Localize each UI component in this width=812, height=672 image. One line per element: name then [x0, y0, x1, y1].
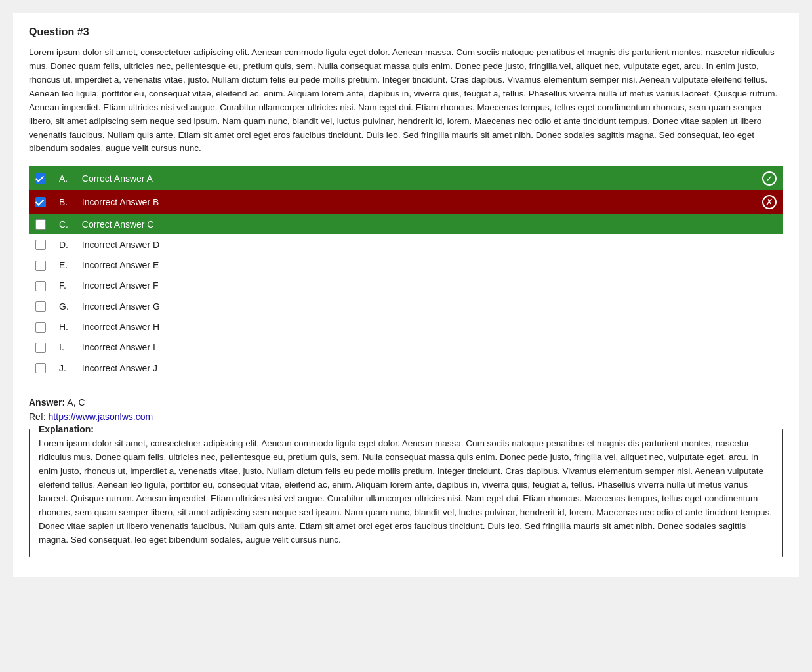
- divider: [29, 388, 783, 389]
- answer-letter: C.: [52, 214, 75, 234]
- answer-letter: G.: [52, 296, 75, 316]
- answer-row[interactable]: C.Correct Answer C: [29, 214, 783, 234]
- explanation-text: Lorem ipsum dolor sit amet, consectetuer…: [39, 438, 772, 544]
- answer-result-icon-cell: [756, 296, 783, 316]
- answer-label: Answer:: [29, 397, 65, 408]
- ref-section: Ref: https://www.jasonlws.com: [29, 411, 783, 422]
- answer-checkbox-cell: [29, 234, 52, 255]
- answer-result-icon-cell: [756, 316, 783, 337]
- answer-text: Incorrect Answer I: [75, 337, 756, 358]
- checkbox-checked-icon[interactable]: [35, 173, 46, 184]
- checkbox-empty-icon[interactable]: [35, 301, 46, 312]
- answer-checkbox-cell: [29, 276, 52, 296]
- question-title: Question #3: [29, 26, 783, 38]
- question-body: Lorem ipsum dolor sit amet, consectetuer…: [29, 46, 783, 156]
- checkbox-empty-icon[interactable]: [35, 261, 46, 271]
- answer-row[interactable]: J.Incorrect Answer J: [29, 358, 783, 378]
- answer-list: A.Correct Answer A✓B.Incorrect Answer B✗…: [29, 166, 783, 378]
- answer-result-icon-cell: [756, 255, 783, 275]
- answer-text: Incorrect Answer D: [75, 234, 756, 255]
- answer-row[interactable]: F.Incorrect Answer F: [29, 276, 783, 296]
- x-circle-icon: ✗: [762, 195, 777, 209]
- answer-text: Incorrect Answer F: [75, 276, 756, 296]
- answer-result-icon-cell: [756, 214, 783, 234]
- answer-checkbox-cell: [29, 358, 52, 378]
- checkbox-empty-icon[interactable]: [35, 219, 46, 230]
- checkbox-empty-icon[interactable]: [35, 240, 46, 250]
- answer-checkbox-cell: [29, 166, 52, 190]
- answer-letter: A.: [52, 166, 75, 190]
- answer-text: Incorrect Answer G: [75, 296, 756, 316]
- answer-result-icon-cell: [756, 276, 783, 296]
- answer-section: Answer: A, C: [29, 397, 783, 408]
- ref-url[interactable]: https://www.jasonlws.com: [49, 411, 153, 422]
- answer-row[interactable]: D.Incorrect Answer D: [29, 234, 783, 255]
- answer-text: Incorrect Answer J: [75, 358, 756, 378]
- checkbox-empty-icon[interactable]: [35, 322, 46, 333]
- answer-text: Incorrect Answer B: [75, 190, 756, 214]
- checkbox-checked-icon[interactable]: [35, 197, 46, 207]
- answer-text: Incorrect Answer H: [75, 316, 756, 337]
- answer-letter: B.: [52, 190, 75, 214]
- checkbox-empty-icon[interactable]: [35, 281, 46, 291]
- answer-result-icon-cell: ✓: [756, 166, 783, 190]
- answer-checkbox-cell: [29, 296, 52, 316]
- answer-row[interactable]: A.Correct Answer A✓: [29, 166, 783, 190]
- check-circle-icon: ✓: [762, 171, 777, 186]
- answer-letter: I.: [52, 337, 75, 358]
- answer-letter: E.: [52, 255, 75, 275]
- checkbox-empty-icon[interactable]: [35, 363, 46, 373]
- answer-result-icon-cell: ✗: [756, 190, 783, 214]
- answer-result-icon-cell: [756, 234, 783, 255]
- answer-letter: H.: [52, 316, 75, 337]
- answer-row[interactable]: I.Incorrect Answer I: [29, 337, 783, 358]
- ref-label: Ref:: [29, 411, 46, 422]
- answer-letter: D.: [52, 234, 75, 255]
- answer-checkbox-cell: [29, 190, 52, 214]
- answer-checkbox-cell: [29, 337, 52, 358]
- answer-letter: J.: [52, 358, 75, 378]
- main-container: Question #3 Lorem ipsum dolor sit amet, …: [13, 13, 799, 577]
- checkbox-empty-icon[interactable]: [35, 343, 46, 353]
- answer-checkbox-cell: [29, 255, 52, 275]
- answer-text: Correct Answer A: [75, 166, 756, 190]
- answer-checkbox-cell: [29, 316, 52, 337]
- answer-text: Correct Answer C: [75, 214, 756, 234]
- explanation-box: Explanation: Lorem ipsum dolor sit amet,…: [29, 429, 783, 556]
- answer-checkbox-cell: [29, 214, 52, 234]
- explanation-legend: Explanation:: [36, 423, 96, 437]
- answer-value: A, C: [67, 397, 85, 408]
- answer-row[interactable]: H.Incorrect Answer H: [29, 316, 783, 337]
- answer-text: Incorrect Answer E: [75, 255, 756, 275]
- answer-row[interactable]: G.Incorrect Answer G: [29, 296, 783, 316]
- answer-row[interactable]: B.Incorrect Answer B✗: [29, 190, 783, 214]
- answer-result-icon-cell: [756, 358, 783, 378]
- answer-row[interactable]: E.Incorrect Answer E: [29, 255, 783, 275]
- answer-letter: F.: [52, 276, 75, 296]
- answer-result-icon-cell: [756, 337, 783, 358]
